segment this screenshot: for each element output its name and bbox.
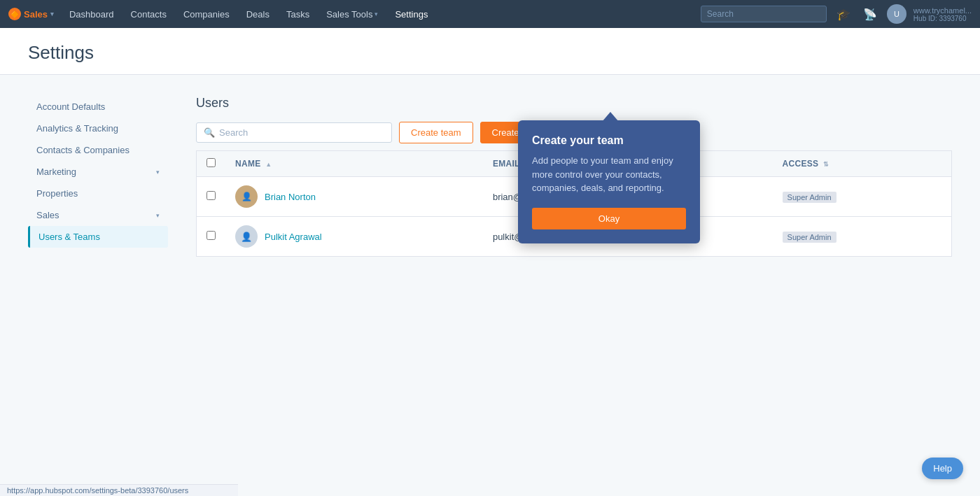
topnav-right: 🎓 📡 U www.trychamel... Hub ID: 3393760 bbox=[701, 4, 972, 24]
select-all-checkbox[interactable] bbox=[206, 158, 216, 167]
nav-item-settings[interactable]: Settings bbox=[388, 0, 435, 28]
portal-url: www.trychamel... Hub ID: 3393760 bbox=[913, 6, 972, 22]
tooltip-okay-button[interactable]: Okay bbox=[532, 208, 686, 229]
row2-avatar: 👤 bbox=[235, 225, 258, 248]
access-sort-icon: ⇅ bbox=[823, 161, 829, 168]
row1-checkbox-cell bbox=[197, 177, 226, 217]
page-title: Settings bbox=[28, 42, 952, 64]
sidebar-item-account-defaults[interactable]: Account Defaults bbox=[28, 96, 168, 118]
header-name: NAME ▲ bbox=[225, 151, 483, 177]
row2-checkbox[interactable] bbox=[206, 231, 216, 240]
sidebar-item-sales[interactable]: Sales ▾ bbox=[28, 204, 168, 226]
name-sort-icon: ▲ bbox=[265, 161, 272, 168]
sidebar-item-contacts-companies[interactable]: Contacts & Companies bbox=[28, 139, 168, 161]
brand-chevron: ▾ bbox=[50, 10, 54, 17]
sidebar: Account Defaults Analytics & Tracking Co… bbox=[28, 96, 168, 475]
brand-logo[interactable]: 🔶 Sales ▾ bbox=[8, 8, 54, 20]
nav-item-sales-tools[interactable]: Sales Tools ▾ bbox=[319, 0, 385, 28]
row1-avatar: 👤 bbox=[235, 185, 258, 208]
help-button[interactable]: Help bbox=[922, 458, 963, 479]
nav-item-tasks[interactable]: Tasks bbox=[279, 0, 316, 28]
sidebar-item-analytics-tracking[interactable]: Analytics & Tracking bbox=[28, 118, 168, 139]
row1-checkbox[interactable] bbox=[206, 191, 216, 200]
top-navigation: 🔶 Sales ▾ Dashboard Contacts Companies D… bbox=[0, 0, 980, 28]
sidebar-item-marketing[interactable]: Marketing ▾ bbox=[28, 161, 168, 183]
sidebar-item-users-teams[interactable]: Users & Teams bbox=[28, 226, 168, 248]
users-search-input[interactable] bbox=[219, 127, 384, 138]
users-search-box[interactable]: 🔍 bbox=[196, 122, 392, 143]
user-avatar-nav[interactable]: U bbox=[887, 4, 906, 24]
row1-user-name-cell: 👤 Brian Norton bbox=[235, 185, 473, 208]
row1-user-link[interactable]: Brian Norton bbox=[265, 192, 316, 202]
sales-chevron: ▾ bbox=[156, 212, 160, 219]
academy-icon[interactable]: 🎓 bbox=[834, 4, 853, 24]
marketing-chevron: ▾ bbox=[156, 169, 160, 176]
page-container: Settings Account Defaults Analytics & Tr… bbox=[0, 28, 980, 496]
row1-name-cell: 👤 Brian Norton bbox=[225, 177, 483, 217]
row2-user-link[interactable]: Pulkit Agrawal bbox=[265, 232, 322, 242]
row2-name-cell: 👤 Pulkit Agrawal bbox=[225, 217, 483, 257]
brand-name: Sales bbox=[24, 9, 48, 20]
status-url: https://app.hubspot.com/settings-beta/33… bbox=[7, 486, 188, 495]
hubspot-icon: 🔶 bbox=[8, 8, 21, 20]
row2-access-badge: Super Admin bbox=[783, 232, 836, 243]
sales-tools-chevron: ▾ bbox=[374, 10, 378, 17]
row1-access-cell: Super Admin bbox=[773, 177, 952, 217]
main-content: Users 🔍 Create team Create user N bbox=[196, 96, 952, 475]
nav-item-contacts[interactable]: Contacts bbox=[124, 0, 174, 28]
tooltip-body: Add people to your team and enjoy more c… bbox=[532, 154, 686, 195]
nav-item-companies[interactable]: Companies bbox=[176, 0, 237, 28]
row2-checkbox-cell bbox=[197, 217, 226, 257]
global-search-input[interactable] bbox=[701, 6, 827, 22]
tooltip-title: Create your team bbox=[532, 134, 686, 147]
users-section-title: Users bbox=[196, 96, 952, 111]
nav-item-deals[interactable]: Deals bbox=[239, 0, 276, 28]
tooltip-arrow bbox=[602, 112, 619, 122]
row2-access-cell: Super Admin bbox=[773, 217, 952, 257]
header-access: ACCESS ⇅ bbox=[773, 151, 952, 177]
row1-access-badge: Super Admin bbox=[783, 192, 836, 203]
row2-user-name-cell: 👤 Pulkit Agrawal bbox=[235, 225, 473, 248]
notifications-icon[interactable]: 📡 bbox=[860, 4, 880, 24]
search-icon: 🔍 bbox=[204, 127, 215, 138]
sidebar-item-properties[interactable]: Properties bbox=[28, 183, 168, 204]
nav-item-dashboard[interactable]: Dashboard bbox=[62, 0, 121, 28]
status-bar: https://app.hubspot.com/settings-beta/33… bbox=[0, 484, 238, 496]
create-team-button[interactable]: Create team bbox=[399, 122, 473, 143]
header-checkbox-col bbox=[197, 151, 226, 177]
page-header: Settings bbox=[0, 28, 980, 75]
create-team-tooltip: Create your team Add people to your team… bbox=[518, 120, 700, 243]
page-content: Account Defaults Analytics & Tracking Co… bbox=[0, 75, 980, 496]
